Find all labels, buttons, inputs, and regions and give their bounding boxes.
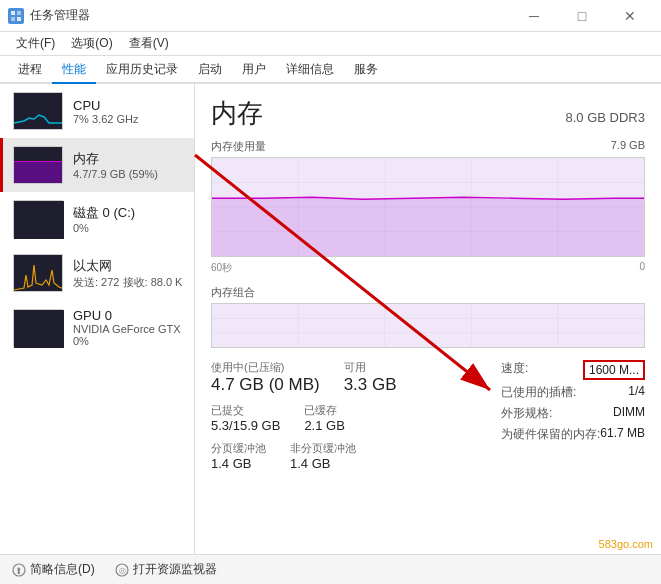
reserved-label: 为硬件保留的内存: — [501, 426, 600, 443]
tab-startup[interactable]: 启动 — [188, 57, 232, 84]
tab-details[interactable]: 详细信息 — [276, 57, 344, 84]
disk-title: 磁盘 0 (C:) — [73, 204, 184, 222]
net-mini-graph — [13, 254, 63, 292]
slots-label: 已使用的插槽: — [501, 384, 576, 401]
left-item-memory[interactable]: 内存 4.7/7.9 GB (59%) — [0, 138, 194, 192]
monitor-link[interactable]: ◎ 打开资源监视器 — [115, 561, 217, 578]
left-item-network[interactable]: 以太网 发送: 272 接收: 88.0 K — [0, 246, 194, 300]
time-labels: 60秒 0 — [211, 261, 645, 275]
close-button[interactable]: ✕ — [607, 6, 653, 26]
monitor-label: 打开资源监视器 — [133, 561, 217, 578]
speed-value: 1600 M... — [583, 360, 645, 380]
stat-cached: 已缓存 2.1 GB — [304, 403, 344, 433]
svg-rect-5 — [14, 255, 63, 292]
title-controls: ─ □ ✕ — [511, 6, 653, 26]
svg-text:⬆: ⬆ — [15, 566, 23, 576]
minimize-button[interactable]: ─ — [511, 6, 557, 26]
disk-mini-graph — [13, 200, 63, 238]
title-bar: 任务管理器 ─ □ ✕ — [0, 0, 661, 32]
title-bar-left: 任务管理器 — [8, 7, 90, 24]
menu-options[interactable]: 选项(O) — [63, 33, 120, 54]
tab-performance[interactable]: 性能 — [52, 57, 96, 84]
svg-text:◎: ◎ — [118, 566, 125, 575]
tab-users[interactable]: 用户 — [232, 57, 276, 84]
gpu-mini-graph — [13, 309, 63, 347]
maximize-button[interactable]: □ — [559, 6, 605, 26]
gpu-subtitle2: 0% — [73, 335, 184, 347]
nonpaged-value: 1.4 GB — [290, 456, 356, 471]
main-content: CPU 7% 3.62 GHz 内存 4.7/7.9 GB (59%) — [0, 84, 661, 554]
stats-section: 使用中(已压缩) 4.7 GB (0 MB) 可用 3.3 GB 已提交 5.3… — [211, 360, 645, 471]
left-item-cpu[interactable]: CPU 7% 3.62 GHz — [0, 84, 194, 138]
paged-value: 1.4 GB — [211, 456, 266, 471]
monitor-icon: ◎ — [115, 563, 129, 577]
paged-label: 分页缓冲池 — [211, 441, 266, 456]
left-stats: 使用中(已压缩) 4.7 GB (0 MB) 可用 3.3 GB 已提交 5.3… — [211, 360, 481, 471]
stat-committed: 已提交 5.3/15.9 GB — [211, 403, 280, 433]
mem-combo-label: 内存组合 — [211, 285, 645, 300]
app-icon — [8, 8, 24, 24]
reserved-row: 为硬件保留的内存: 61.7 MB — [501, 426, 645, 443]
mem-info: 内存 4.7/7.9 GB (59%) — [73, 150, 184, 180]
mem-mini-graph — [13, 146, 63, 184]
left-item-disk[interactable]: 磁盘 0 (C:) 0% — [0, 192, 194, 246]
time-label-0: 0 — [639, 261, 645, 275]
form-row: 外形规格: DIMM — [501, 405, 645, 422]
committed-label: 已提交 — [211, 403, 280, 418]
summary-label: 简略信息(D) — [30, 561, 95, 578]
summary-icon: ⬆ — [12, 563, 26, 577]
mem-max-label: 7.9 GB — [611, 139, 645, 154]
speed-label: 速度: — [501, 360, 528, 380]
stat-paged: 分页缓冲池 1.4 GB — [211, 441, 266, 471]
avail-value: 3.3 GB — [344, 375, 397, 395]
committed-value: 5.3/15.9 GB — [211, 418, 280, 433]
gpu-title: GPU 0 — [73, 308, 184, 323]
net-subtitle: 发送: 272 接收: 88.0 K — [73, 275, 184, 290]
svg-rect-3 — [17, 17, 21, 21]
menu-view[interactable]: 查看(V) — [121, 33, 177, 54]
rp-header: 内存 8.0 GB DDR3 — [211, 96, 645, 131]
tab-app-history[interactable]: 应用历史记录 — [96, 57, 188, 84]
avail-label: 可用 — [344, 360, 397, 375]
summary-link[interactable]: ⬆ 简略信息(D) — [12, 561, 95, 578]
speed-row: 速度: 1600 M... — [501, 360, 645, 380]
menu-bar: 文件(F) 选项(O) 查看(V) — [0, 32, 661, 56]
tab-services[interactable]: 服务 — [344, 57, 388, 84]
cached-label: 已缓存 — [304, 403, 344, 418]
mem-subtitle: 4.7/7.9 GB (59%) — [73, 168, 184, 180]
disk-subtitle: 0% — [73, 222, 184, 234]
stats-row2: 已提交 5.3/15.9 GB 已缓存 2.1 GB — [211, 403, 481, 433]
left-item-gpu[interactable]: GPU 0 NVIDIA GeForce GTX 0% — [0, 300, 194, 355]
mem-title: 内存 — [73, 150, 184, 168]
svg-rect-6 — [14, 310, 64, 348]
stat-nonpaged: 非分页缓冲池 1.4 GB — [290, 441, 356, 471]
mem-line — [14, 161, 62, 162]
right-panel: 内存 8.0 GB DDR3 内存使用量 7.9 GB — [195, 84, 661, 554]
stat-avail: 可用 3.3 GB — [344, 360, 397, 395]
form-value: DIMM — [613, 405, 645, 422]
time-label-60: 60秒 — [211, 261, 232, 275]
net-title: 以太网 — [73, 257, 184, 275]
mem-usage-chart — [211, 157, 645, 257]
tab-bar: 进程 性能 应用历史记录 启动 用户 详细信息 服务 — [0, 56, 661, 84]
svg-rect-16 — [212, 304, 644, 347]
stat-used: 使用中(已压缩) 4.7 GB (0 MB) — [211, 360, 320, 395]
rp-title: 内存 — [211, 96, 263, 131]
cpu-title: CPU — [73, 98, 184, 113]
rp-spec: 8.0 GB DDR3 — [566, 110, 645, 125]
svg-marker-15 — [212, 197, 644, 256]
mem-usage-label: 内存使用量 — [211, 139, 266, 154]
cached-value: 2.1 GB — [304, 418, 344, 433]
mem-usage-label-row: 内存使用量 7.9 GB — [211, 139, 645, 154]
menu-file[interactable]: 文件(F) — [8, 33, 63, 54]
bottom-bar: ⬆ 简略信息(D) ◎ 打开资源监视器 — [0, 554, 661, 584]
left-panel: CPU 7% 3.62 GHz 内存 4.7/7.9 GB (59%) — [0, 84, 195, 554]
slots-row: 已使用的插槽: 1/4 — [501, 384, 645, 401]
used-value: 4.7 GB (0 MB) — [211, 375, 320, 395]
watermark: 583go.com — [599, 538, 653, 550]
tab-processes[interactable]: 进程 — [8, 57, 52, 84]
disk-info: 磁盘 0 (C:) 0% — [73, 204, 184, 234]
gpu-subtitle: NVIDIA GeForce GTX — [73, 323, 184, 335]
stats-row3: 分页缓冲池 1.4 GB 非分页缓冲池 1.4 GB — [211, 441, 481, 471]
cpu-mini-graph — [13, 92, 63, 130]
